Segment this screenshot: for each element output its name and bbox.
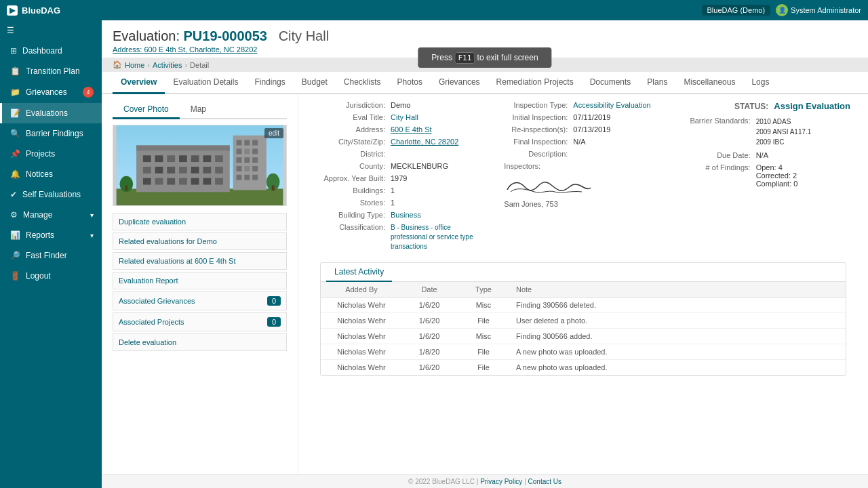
user-info[interactable]: 👤 System Administrator — [776, 4, 861, 16]
building-type-value: Business — [391, 211, 485, 219]
sidebar-icon-projects: 📌 — [10, 149, 20, 159]
svg-rect-23 — [203, 178, 211, 185]
quick-link-duplicate-evaluation[interactable]: Duplicate evaluation — [113, 213, 287, 230]
sidebar-item-barrier-findings[interactable]: 🔍 Barrier Findings — [0, 123, 102, 144]
initial-inspection-label: Initial Inspection: — [498, 113, 573, 121]
svg-rect-26 — [237, 140, 242, 146]
quick-link-related-evaluations-demo[interactable]: Related evaluations for Demo — [113, 232, 287, 250]
sidebar-item-grievances[interactable]: 📁 Grievances 4 — [0, 81, 102, 103]
sidebar-item-fast-finder[interactable]: 🔎 Fast Finder — [0, 245, 102, 266]
tab-cover-photo[interactable]: Cover Photo — [113, 101, 180, 119]
tab-logs[interactable]: Logs — [743, 72, 777, 94]
sidebar-item-notices[interactable]: 🔔 Notices — [0, 164, 102, 184]
tab-evaluation-details[interactable]: Evaluation Details — [165, 72, 246, 94]
tab-documents[interactable]: Documents — [582, 72, 639, 94]
content-area: Press F11 to exit full screen Evaluation… — [102, 20, 868, 488]
quick-link-associated-projects[interactable]: Associated Projects 0 — [113, 312, 287, 331]
sidebar-icon-reports: 📊 — [10, 230, 20, 240]
sidebar-icon-barrier-findings: 🔍 — [10, 129, 20, 138]
reinspection-label: Re-inspection(s): — [498, 125, 573, 134]
info-row-eval-title: Eval Title: City Hall — [316, 113, 485, 121]
building-photo — [113, 125, 286, 205]
svg-rect-5 — [155, 155, 163, 162]
buildings-label: Buildings: — [316, 186, 391, 195]
city-label: City/State/Zip: — [316, 138, 391, 146]
address-value[interactable]: 600 E 4th St — [391, 125, 485, 134]
table-row: Nicholas Wehr 1/6/20 File A new photo wa… — [321, 360, 846, 375]
sidebar-item-manage[interactable]: ⚙ Manage — [0, 205, 102, 225]
tab-checklists[interactable]: Checklists — [336, 72, 389, 94]
inspector-name: Sam Jones, 753 — [504, 200, 558, 208]
tab-miscellaneous[interactable]: Miscellaneous — [675, 72, 743, 94]
tab-photos[interactable]: Photos — [389, 72, 431, 94]
svg-rect-39 — [244, 175, 250, 180]
activity-section: Latest Activity Added By Date Type Note — [320, 262, 846, 376]
svg-rect-17 — [215, 167, 223, 174]
eval-title-label: Eval Title: — [316, 113, 391, 121]
sidebar-item-self-evaluations[interactable]: ✔ Self Evaluations — [0, 184, 102, 205]
sidebar-icon-manage: ⚙ — [10, 210, 18, 220]
footer-text: © 2022 BlueDAG LLC | — [408, 478, 478, 485]
edit-photo-button[interactable]: edit — [264, 128, 283, 138]
table-row: Nicholas Wehr 1/6/20 Misc Finding 390566… — [321, 298, 846, 313]
svg-rect-44 — [272, 186, 275, 191]
info-section-left: Jurisdiction: Demo Eval Title: City Hall… — [309, 101, 492, 256]
address-label: Address: — [316, 125, 391, 134]
findings-open: Open: 4 — [756, 163, 798, 171]
info-row-jurisdiction: Jurisdiction: Demo — [316, 101, 485, 109]
district-value — [391, 150, 485, 158]
tab-map[interactable]: Map — [180, 101, 217, 119]
sidebar-icon-self-evaluations: ✔ — [10, 190, 17, 199]
sidebar-item-projects[interactable]: 📌 Projects — [0, 144, 102, 164]
stories-label: Stories: — [316, 199, 391, 207]
info-row-stories: Stories: 1 — [316, 199, 485, 207]
tab-latest-activity[interactable]: Latest Activity — [326, 263, 392, 282]
info-row-district: District: — [316, 150, 485, 158]
description-value — [573, 150, 667, 158]
breadcrumb-home[interactable]: Home — [125, 61, 144, 69]
tab-remediation-projects[interactable]: Remediation Projects — [488, 72, 582, 94]
sidebar-label-projects: Projects — [26, 149, 55, 159]
status-value[interactable]: Assign Evaluation — [774, 101, 850, 111]
privacy-link[interactable]: Privacy Policy — [480, 478, 522, 485]
svg-rect-35 — [237, 166, 242, 171]
info-section-status: STATUS: Assign Evaluation Barrier Standa… — [675, 101, 857, 256]
info-row-initial-inspection: Initial Inspection: 07/11/2019 — [498, 113, 667, 121]
page-header: Press F11 to exit full screen Evaluation… — [102, 20, 868, 58]
sidebar-item-transition-plan[interactable]: 📋 Transition Plan — [0, 61, 102, 81]
svg-rect-38 — [237, 175, 242, 180]
sidebar-item-reports[interactable]: 📊 Reports — [0, 225, 102, 245]
tab-plans[interactable]: Plans — [639, 72, 675, 94]
svg-rect-33 — [244, 157, 250, 163]
svg-rect-9 — [203, 155, 211, 162]
tab-findings[interactable]: Findings — [246, 72, 293, 94]
quick-link-related-evaluations-address[interactable]: Related evaluations at 600 E 4th St — [113, 252, 287, 270]
quick-link-evaluation-report[interactable]: Evaluation Report — [113, 272, 287, 289]
svg-rect-15 — [191, 167, 199, 174]
svg-rect-28 — [252, 140, 258, 146]
eval-title-value: City Hall — [391, 113, 485, 121]
city-value[interactable]: Charlotte, NC 28202 — [391, 138, 485, 146]
sidebar-item-logout[interactable]: 🚪 Logout — [0, 266, 102, 286]
sidebar-item-evaluations[interactable]: 📝 Evaluations — [0, 103, 102, 123]
left-panel: Cover Photo Map edit — [102, 94, 298, 474]
tab-overview[interactable]: Overview — [113, 72, 165, 94]
tab-budget[interactable]: Budget — [294, 72, 336, 94]
col-header-note: Note — [511, 282, 846, 298]
sidebar-label-grievances: Grievances — [26, 87, 67, 97]
jurisdiction-label: Jurisdiction: — [316, 101, 391, 109]
svg-rect-10 — [215, 155, 223, 162]
cell-type: Misc — [456, 298, 511, 313]
hamburger-icon[interactable]: ☰ — [0, 20, 102, 41]
sidebar-label-notices: Notices — [26, 169, 53, 179]
quick-link-associated-grievances[interactable]: Associated Grievances 0 — [113, 291, 287, 310]
svg-rect-11 — [143, 167, 151, 174]
topbar-right: BlueDAG (Demo) 👤 System Administrator — [702, 4, 862, 16]
photo-container: edit — [113, 125, 287, 206]
quick-link-delete-evaluation[interactable]: Delete evaluation — [113, 333, 287, 351]
sidebar-label-manage: Manage — [23, 210, 52, 220]
sidebar-item-dashboard[interactable]: ⊞ Dashboard — [0, 41, 102, 61]
tab-grievances[interactable]: Grievances — [431, 72, 488, 94]
contact-link[interactable]: Contact Us — [528, 478, 561, 485]
breadcrumb-activities[interactable]: Activities — [153, 61, 182, 69]
